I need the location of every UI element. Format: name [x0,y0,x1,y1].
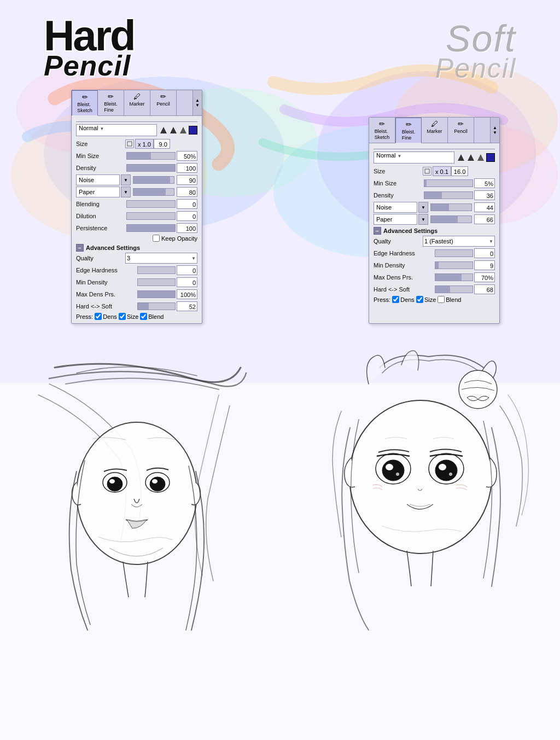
hard-dilution-slider[interactable] [126,212,176,220]
soft-tab-marker[interactable]: 🖊 Marker [422,118,448,143]
hard-shape-triangle2[interactable] [169,126,178,135]
hard-tab-bleist-sketch[interactable]: ✏ Bleist.Sketch [72,90,98,116]
svg-marker-16 [477,154,484,161]
soft-min-density-row: Min Density 9 [374,260,495,271]
soft-tab-pencil[interactable]: ✏ Pencil [448,118,474,143]
hard-persistence-slider[interactable] [126,224,176,232]
hard-persistence-fill [127,225,175,231]
hard-paper-slider[interactable] [133,188,174,196]
hard-panel-tabs: ✏ Bleist.Sketch ✏ Bleist.Fine 🖊 Marker ✏… [72,90,202,116]
soft-hard-soft-slider[interactable] [435,285,473,293]
soft-shape-triangle1[interactable] [457,153,465,162]
hard-keep-opacity-checkbox[interactable] [153,235,160,242]
title-area: Hard Pencil Soft Pencil [0,0,560,84]
hard-panel-body: Normal ▼ Size [72,116,202,323]
hard-paper-dropdown[interactable]: ▼ [121,187,131,197]
hard-min-size-row: Min Size 50% [76,150,197,161]
soft-advanced-settings-header: − Advanced Settings [374,227,495,235]
soft-blend-dropdown-arrow: ▼ [398,154,402,159]
hard-tab-bleist-fine[interactable]: ✏ Bleist.Fine [98,90,124,115]
soft-press-size-label[interactable]: Size [416,296,436,303]
soft-tab-bleist-sketch[interactable]: ✏ Bleist.Sketch [369,118,395,143]
svg-point-18 [77,422,197,564]
soft-shape-square[interactable] [486,153,495,162]
hard-size-indicator[interactable] [125,139,134,148]
soft-panel-tabs: ✏ Bleist.Sketch ✏ Bleist.Fine 🖊 Marker ✏… [369,118,499,143]
soft-max-dens-slider[interactable] [435,273,473,281]
hard-shape-triangle3[interactable] [179,126,188,135]
soft-noise-slider[interactable] [430,203,472,211]
hard-paper-fill [133,189,166,195]
hard-persistence-row: Persistence 100 [76,223,197,234]
hard-edge-hardness-row: Edge Hardness 0 [76,265,197,276]
hard-max-dens-row: Max Dens Prs. 100% [76,289,197,300]
soft-press-dens-label[interactable]: Dens [392,296,415,303]
hard-edge-hardness-slider[interactable] [137,266,176,274]
hard-tab-marker[interactable]: 🖊 Marker [124,90,150,115]
soft-noise-row: Noise ▼ 44 [374,202,495,213]
hard-blend-dropdown-arrow: ▼ [100,126,104,131]
soft-paper-slider[interactable] [430,215,472,223]
hard-min-size-slider[interactable] [126,152,176,160]
soft-press-blend-label[interactable]: Blend [438,296,461,303]
hard-press-blend-check[interactable] [140,313,147,320]
soft-min-density-slider[interactable] [435,261,473,269]
hard-blending-slider[interactable] [126,200,176,208]
hard-tab-pencil[interactable]: ✏ Pencil [150,90,177,115]
hard-press-dens-check[interactable] [95,313,102,320]
sketches-area [0,329,560,646]
hard-noise-dropdown[interactable]: ▼ [121,174,131,185]
svg-point-24 [152,479,158,483]
hard-shape-square[interactable] [189,126,197,135]
soft-pencil-panel: ✏ Bleist.Sketch ✏ Bleist.Fine 🖊 Marker ✏… [369,117,500,324]
soft-panel-scroll[interactable]: ▲ ▼ [490,118,499,143]
hard-hard-soft-row: Hard <-> Soft 52 [76,301,197,312]
soft-size-row: Size x 0.1 16.0 [374,166,495,177]
hard-press-blend-label[interactable]: Blend [140,313,164,320]
soft-hard-soft-row: Hard <-> Soft 68 [374,284,495,295]
soft-bleist-sketch-icon: ✏ [379,120,385,129]
bleist-fine-icon: ✏ [108,92,114,101]
soft-press-row: Press: Dens Size Blend [374,296,495,303]
soft-noise-dropdown[interactable]: ▼ [418,202,428,213]
hard-max-dens-slider[interactable] [137,290,176,298]
hard-advanced-collapse-btn[interactable]: − [76,244,84,252]
soft-min-size-fill [424,180,427,187]
soft-press-dens-check[interactable] [392,296,399,303]
hard-hard-soft-slider[interactable] [137,302,176,310]
soft-edge-hardness-slider[interactable] [435,249,473,257]
soft-density-row: Density 36 [374,190,495,201]
hard-noise-slider[interactable] [133,176,174,184]
soft-paper-dropdown[interactable]: ▼ [418,214,428,225]
hard-pencil-panel: ✏ Bleist.Sketch ✏ Bleist.Fine 🖊 Marker ✏… [71,90,202,324]
hard-press-size-check[interactable] [119,313,126,320]
soft-divider-1 [374,149,495,149]
soft-blend-select[interactable]: Normal ▼ [374,152,454,164]
hard-density-slider[interactable] [126,164,176,172]
hard-quality-select[interactable]: 3 ▼ [125,253,197,264]
soft-advanced-collapse-btn[interactable]: − [374,227,381,235]
soft-press-blend-check[interactable] [438,296,445,303]
svg-marker-11 [170,127,177,133]
soft-noise-fill [431,204,449,211]
soft-quality-select[interactable]: 1 (Fastest) ▼ [423,236,495,247]
soft-press-size-check[interactable] [416,296,423,303]
hard-press-size-label[interactable]: Size [119,313,138,320]
soft-noise-label-box: Noise [374,202,417,213]
hard-blend-select[interactable]: Normal ▼ [76,124,157,136]
hard-min-density-slider[interactable] [137,278,176,286]
soft-size-indicator[interactable] [423,167,431,176]
svg-point-31 [435,460,457,481]
hard-paper-row: Paper ▼ 80 [76,187,197,197]
hard-panel-scroll[interactable]: ▲ ▼ [192,90,202,115]
svg-point-23 [150,477,165,491]
soft-tab-bleist-fine[interactable]: ✏ Bleist.Fine [395,118,422,143]
soft-shape-triangle3[interactable] [476,153,485,162]
hard-press-dens-label[interactable]: Dens [95,313,117,320]
soft-density-slider[interactable] [424,191,473,199]
svg-point-29 [396,473,399,476]
soft-shape-triangle2[interactable] [466,153,475,162]
hard-press-row: Press: Dens Size Blend [76,313,197,320]
hard-shape-triangle1[interactable] [159,126,168,135]
soft-min-size-slider[interactable] [424,179,473,187]
